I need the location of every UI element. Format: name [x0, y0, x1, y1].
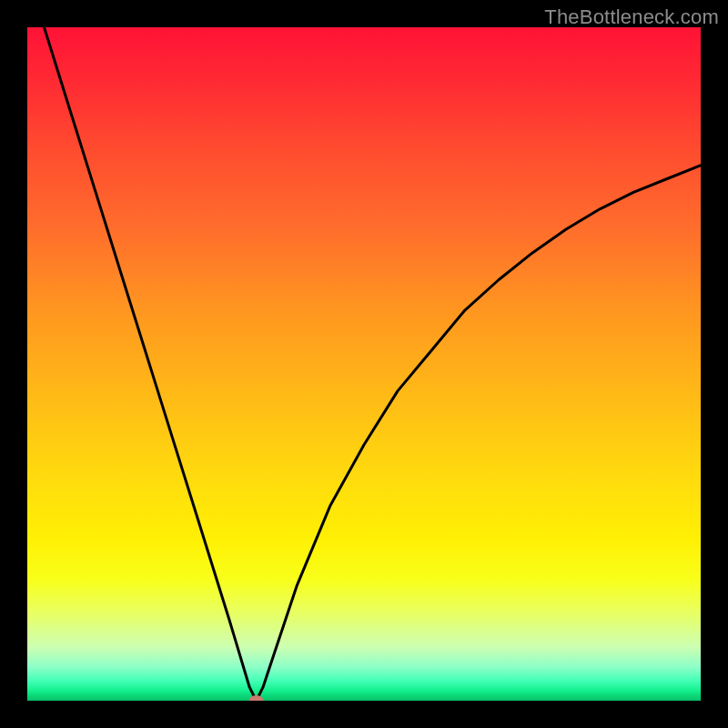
watermark-text: TheBottleneck.com — [544, 5, 719, 29]
plot-area — [27, 27, 701, 701]
curve-layer — [27, 27, 701, 701]
minimum-marker — [249, 695, 264, 701]
chart-frame: TheBottleneck.com — [0, 0, 728, 728]
bottleneck-curve — [27, 27, 701, 701]
